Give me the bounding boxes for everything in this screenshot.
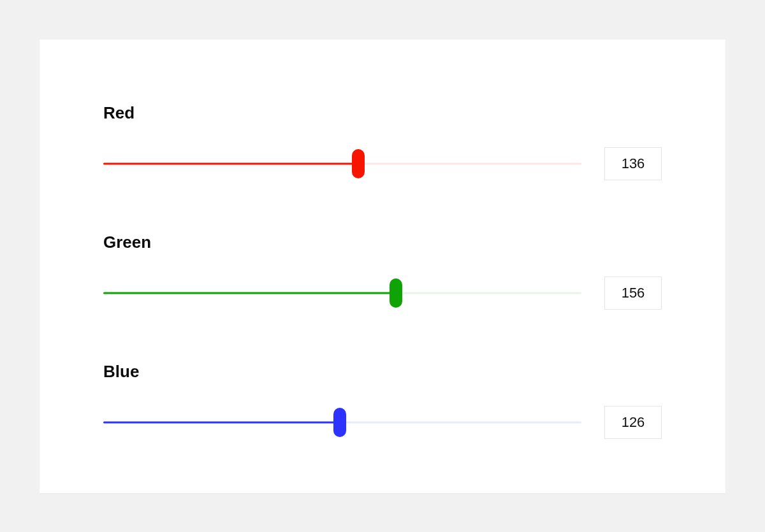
slider-thumb-blue[interactable] bbox=[333, 408, 346, 437]
slider-group-green: Green 156 bbox=[103, 233, 662, 310]
slider-row-red: 136 bbox=[103, 147, 662, 180]
slider-track-fill-green bbox=[103, 292, 396, 294]
slider-track-blue[interactable] bbox=[103, 408, 581, 437]
slider-label-blue: Blue bbox=[103, 362, 662, 382]
slider-value-green[interactable]: 156 bbox=[604, 277, 662, 310]
slider-track-red[interactable] bbox=[103, 149, 581, 178]
slider-label-green: Green bbox=[103, 233, 662, 252]
slider-track-fill-red bbox=[103, 162, 358, 164]
slider-track-green[interactable] bbox=[103, 278, 581, 308]
slider-label-red: Red bbox=[103, 103, 662, 123]
slider-thumb-red[interactable] bbox=[352, 149, 365, 178]
slider-value-red[interactable]: 136 bbox=[604, 147, 662, 180]
color-picker-card: Red 136 Green 156 Blue bbox=[40, 40, 725, 493]
slider-value-blue[interactable]: 126 bbox=[604, 406, 662, 439]
slider-group-red: Red 136 bbox=[103, 103, 662, 180]
slider-row-green: 156 bbox=[103, 277, 662, 310]
slider-row-blue: 126 bbox=[103, 406, 662, 439]
slider-track-fill-blue bbox=[103, 421, 340, 423]
slider-group-blue: Blue 126 bbox=[103, 362, 662, 439]
slider-thumb-green[interactable] bbox=[390, 278, 402, 308]
